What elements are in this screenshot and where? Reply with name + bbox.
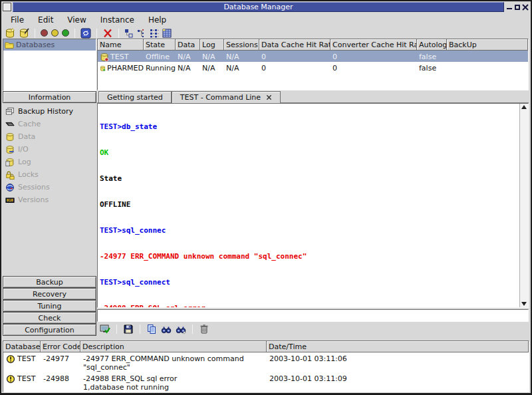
copy-icon[interactable]	[146, 324, 157, 334]
refresh-icon[interactable]	[80, 28, 91, 39]
sidebar-item-log[interactable]: Log	[4, 156, 96, 168]
column-header-name[interactable]: Name	[98, 39, 144, 51]
database-offline-icon	[100, 53, 109, 62]
minimize-icon[interactable]	[506, 3, 513, 11]
databases-tree[interactable]: Databases	[3, 39, 96, 91]
scroll-down-icon[interactable]	[521, 302, 527, 306]
column-header-autolog[interactable]: Autolog	[417, 39, 447, 51]
vertical-scrollbar[interactable]	[519, 104, 528, 307]
toolbar-separator	[96, 29, 97, 38]
information-list: Backup History Cache Data I/O Log Locks	[3, 103, 96, 206]
configuration-button[interactable]: Configuration	[3, 324, 96, 336]
column-header-data-cache-hit-rate[interactable]: Data Cache Hit Rate	[259, 39, 331, 51]
sessions-icon	[5, 183, 15, 192]
table-row[interactable]: PHARMED Running N/A N/A N/A 0 0 false	[98, 62, 528, 73]
sidebar-item-databases[interactable]: Databases	[3, 39, 96, 51]
find-next-icon[interactable]	[176, 324, 186, 334]
sidebar-item-backup-history[interactable]: Backup History	[4, 105, 96, 118]
menu-file[interactable]: File	[4, 13, 31, 27]
menu-view[interactable]: View	[61, 13, 93, 27]
set-online-icon[interactable]	[62, 29, 69, 37]
sidebar-item-cache[interactable]: Cache	[4, 118, 96, 130]
sidebar-item-data[interactable]: Data	[4, 130, 96, 143]
column-header-datetime[interactable]: Date/Time	[267, 341, 529, 352]
toolbar-separator	[192, 325, 193, 334]
console-line: OK	[100, 148, 517, 157]
menubar: File Edit View Instance Help	[1, 13, 531, 27]
log-row[interactable]: TEST -24988 -24988 ERR_SQL sql error 1,d…	[3, 372, 529, 392]
data-icon	[5, 132, 15, 142]
console-line: -24977 ERR_COMMAND unknown command "sql_…	[100, 252, 517, 261]
database-table: Name State Data Log Sessions Data Cache …	[97, 39, 529, 90]
new-database-icon[interactable]	[5, 28, 15, 39]
app-window: Database Manager File Edit View Instance…	[0, 0, 532, 395]
log-row[interactable]: TEST -24977 -24977 ERR_COMMAND unknown c…	[3, 352, 529, 372]
menu-instance[interactable]: Instance	[94, 13, 142, 27]
locks-icon	[5, 170, 15, 180]
tab-getting-started[interactable]: Getting started	[98, 91, 172, 102]
execute-icon[interactable]	[100, 324, 110, 334]
log-icon	[5, 158, 15, 167]
console-text: TEST>db_state OK State OFFLINE TEST>sql_…	[100, 105, 517, 306]
scenario-view-icon[interactable]	[137, 29, 146, 38]
column-header-log[interactable]: Log	[200, 39, 224, 51]
sidebar-item-locks[interactable]: Locks	[4, 168, 96, 181]
column-header-backup[interactable]: BackUp	[447, 39, 528, 51]
cache-icon	[5, 120, 15, 129]
set-admin-icon[interactable]	[51, 29, 59, 37]
command-input[interactable]	[97, 309, 529, 322]
delete-icon[interactable]	[102, 28, 113, 39]
sidebar-item-sessions[interactable]: Sessions	[4, 181, 96, 194]
sidebar-item-io[interactable]: I/O	[4, 143, 96, 156]
warning-icon	[6, 354, 15, 364]
titlebar-drag-area[interactable]: Database Manager	[13, 2, 504, 12]
main-toolbar	[1, 27, 531, 39]
check-button[interactable]: Check	[3, 312, 96, 324]
tab-test-command-line[interactable]: TEST - Command Line	[172, 91, 281, 103]
window-menu-icon[interactable]	[3, 3, 11, 11]
backup-button[interactable]: Backup	[3, 276, 96, 288]
column-header-data[interactable]: Data	[176, 39, 200, 51]
databases-label: Databases	[16, 41, 55, 49]
database-wizard-icon[interactable]	[19, 28, 29, 39]
tab-close-icon[interactable]	[266, 94, 272, 100]
sidebar-item-versions[interactable]: 010 Versions	[4, 194, 96, 206]
column-header-description[interactable]: Description	[80, 341, 267, 352]
console-line: OFFLINE	[100, 200, 517, 209]
column-header-database[interactable]: Database	[3, 341, 41, 352]
find-icon[interactable]	[161, 324, 172, 334]
column-header-converter-cache-hit-rate[interactable]: Converter Cache Hit Rate	[331, 39, 417, 51]
information-header-button[interactable]: Information	[3, 91, 96, 103]
folder-icon	[5, 41, 14, 50]
message-log-panel: Database Error Code Description Date/Tim…	[3, 340, 529, 392]
details-view-icon[interactable]	[150, 29, 159, 38]
save-icon[interactable]	[123, 324, 134, 334]
set-offline-icon[interactable]	[41, 29, 48, 37]
console-toolbar	[97, 322, 529, 336]
sidebar-spacer	[3, 206, 96, 276]
grid-view-icon[interactable]	[162, 29, 172, 38]
column-header-error-code[interactable]: Error Code	[41, 341, 80, 352]
command-line-output[interactable]: TEST>db_state OK State OFFLINE TEST>sql_…	[97, 103, 529, 308]
toolbar-separator	[140, 325, 140, 334]
tuning-button[interactable]: Tuning	[3, 300, 96, 312]
column-header-state[interactable]: State	[144, 39, 176, 51]
console-line: -24988 ERR_SQL sql error	[100, 304, 517, 308]
properties-icon[interactable]	[124, 29, 134, 38]
message-log-header: Database Error Code Description Date/Tim…	[3, 341, 529, 352]
scroll-up-icon[interactable]	[521, 105, 527, 109]
toolbar-separator	[35, 29, 35, 38]
maximize-icon[interactable]	[514, 3, 521, 11]
titlebar: Database Manager	[1, 1, 531, 13]
close-icon[interactable]	[522, 3, 529, 11]
console-line: TEST>sql_connec	[100, 226, 517, 235]
sidebar: Databases Information Backup History Cac…	[3, 39, 96, 336]
clear-icon[interactable]	[199, 324, 209, 334]
menu-edit[interactable]: Edit	[31, 13, 61, 27]
menu-help[interactable]: Help	[142, 13, 174, 27]
table-row[interactable]: TEST Offline N/A N/A N/A 0 0 false	[98, 51, 528, 62]
recovery-button[interactable]: Recovery	[3, 288, 96, 300]
database-table-header: Name State Data Log Sessions Data Cache …	[98, 39, 528, 51]
warning-icon	[6, 374, 15, 384]
column-header-sessions[interactable]: Sessions	[224, 39, 259, 51]
